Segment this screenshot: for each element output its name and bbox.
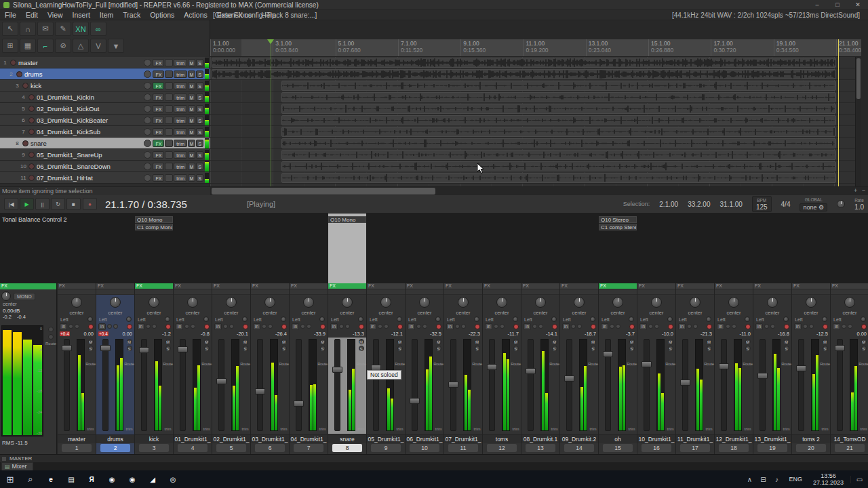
fx-slot[interactable]: FX	[831, 283, 868, 289]
media-item[interactable]	[281, 104, 836, 114]
monitor-button[interactable]	[803, 324, 808, 329]
pan-knob[interactable]	[496, 297, 507, 308]
record-input-label[interactable]: Left	[292, 317, 300, 322]
menu-item[interactable]: View	[43, 11, 68, 19]
input-button[interactable]: in	[98, 323, 106, 330]
media-item[interactable]	[281, 127, 836, 137]
solo-button[interactable]: S	[707, 346, 712, 351]
trim-label[interactable]: trim	[242, 427, 249, 431]
strip-track-name[interactable]: toms 2	[792, 434, 830, 443]
fx-slot-empty[interactable]	[328, 289, 366, 295]
mixer-strip[interactable]: FX center Left in -10.0	[637, 283, 676, 454]
pan-knob[interactable]	[71, 297, 82, 308]
track-name[interactable]: 04_Drumkit1_KickSub	[37, 128, 144, 136]
route-button[interactable]: Route	[820, 362, 830, 366]
phase-button[interactable]	[848, 324, 852, 329]
search-icon[interactable]: ⌕	[20, 470, 41, 488]
envelope-button[interactable]	[165, 163, 173, 170]
media-item[interactable]	[212, 69, 836, 79]
notification-icon[interactable]: ▭	[850, 476, 868, 483]
mute-button[interactable]: M	[243, 339, 248, 344]
width-knob[interactable]	[319, 317, 325, 322]
transport-button[interactable]: ||	[35, 198, 50, 210]
envelope-button[interactable]	[165, 128, 173, 136]
volume-readout[interactable]: -18.7	[585, 331, 596, 337]
record-input-label[interactable]: Left	[679, 317, 687, 322]
fx-insert-column[interactable]: Q10 Mono	[328, 214, 366, 283]
monitor-button[interactable]	[339, 324, 344, 329]
fx-slot[interactable]: FX	[367, 283, 405, 289]
trim-button[interactable]: trim	[174, 94, 187, 101]
volume-fader[interactable]	[64, 339, 70, 431]
solo-button[interactable]: S	[204, 346, 210, 351]
route-button[interactable]: Route	[163, 362, 173, 366]
route-button[interactable]: Route	[627, 362, 637, 366]
phase-button[interactable]	[732, 324, 736, 329]
solo-button[interactable]: S	[196, 117, 203, 124]
solo-button[interactable]: S	[165, 346, 171, 351]
trim-label[interactable]: trim	[629, 427, 635, 431]
monitor-button[interactable]	[764, 324, 769, 329]
record-arm-button[interactable]	[28, 175, 35, 181]
record-input-label[interactable]: Left	[447, 317, 455, 322]
strip-track-name[interactable]: master	[58, 434, 96, 443]
strip-track-number[interactable]: 7	[294, 444, 323, 452]
record-arm-button[interactable]	[28, 106, 35, 112]
record-arm-button[interactable]	[22, 140, 28, 146]
input-button[interactable]: in	[408, 323, 415, 330]
record-input-label[interactable]: Left	[331, 317, 339, 322]
width-knob[interactable]	[87, 317, 93, 322]
fx-slot[interactable]: FX	[444, 283, 482, 289]
mute-button[interactable]: M	[745, 339, 751, 344]
volume-readout[interactable]: -14.1	[546, 331, 557, 337]
record-arm-button[interactable]	[397, 324, 403, 329]
fx-button[interactable]: FX	[153, 70, 164, 78]
time-signature[interactable]: 4/4	[781, 201, 791, 208]
solo-button[interactable]: S	[88, 346, 94, 351]
fader-cap[interactable]	[332, 367, 342, 373]
fader-cap[interactable]	[680, 380, 690, 386]
mute-button[interactable]: M	[188, 140, 195, 147]
route-button[interactable]: Route	[472, 362, 482, 366]
record-input-label[interactable]: Left	[717, 317, 726, 322]
width-knob[interactable]	[745, 317, 750, 322]
horizontal-scroll-thumb[interactable]	[212, 188, 435, 195]
solo-button[interactable]: S	[320, 346, 326, 351]
volume-readout[interactable]: -12.5	[816, 331, 828, 337]
pan-knob[interactable]	[806, 297, 816, 308]
record-arm-button[interactable]	[88, 324, 94, 329]
pan-knob[interactable]	[303, 297, 314, 308]
phase-button[interactable]	[538, 324, 543, 329]
master-route-label[interactable]: Route	[45, 342, 56, 346]
pan-knob[interactable]	[342, 297, 353, 308]
fx-slot[interactable]: FX	[212, 283, 250, 289]
master-fx-slot[interactable]: FX	[0, 283, 56, 289]
mute-button[interactable]: M	[475, 339, 480, 344]
fx-slot-empty[interactable]	[251, 289, 289, 295]
routing-button[interactable]	[144, 140, 151, 147]
language-indicator[interactable]: ENG	[785, 476, 806, 483]
strip-track-number[interactable]: 21	[835, 444, 865, 452]
monitor-button[interactable]	[842, 324, 846, 329]
track-row[interactable]: 6 03_Drumkit1_KickBeater FX trim M S	[0, 115, 210, 126]
volume-fader[interactable]	[682, 339, 688, 431]
record-input-label[interactable]: Left	[60, 317, 68, 322]
mute-button[interactable]: M	[320, 339, 326, 344]
volume-fader[interactable]	[605, 339, 611, 431]
close-button[interactable]: ✕	[848, 0, 868, 9]
width-knob[interactable]	[203, 317, 209, 322]
solo-button[interactable]: S	[196, 174, 203, 182]
solo-button[interactable]: S	[861, 346, 867, 351]
bpm-control[interactable]: BPM 125	[752, 196, 772, 212]
input-button[interactable]: in	[176, 323, 183, 330]
fx-button[interactable]: FX	[153, 82, 164, 89]
track-row[interactable]: 4 01_Drumkit1_KickIn FX trim M S	[0, 92, 210, 103]
strip-track-number[interactable]: 2	[100, 444, 130, 452]
tray-icon[interactable]: ⊟	[756, 470, 770, 488]
arrange-lane[interactable]	[210, 126, 861, 138]
volume-fader[interactable]	[180, 339, 186, 431]
fader-cap[interactable]	[255, 388, 265, 394]
taskbar-app-icon[interactable]: ▤	[61, 470, 81, 488]
monitor-button[interactable]	[726, 324, 730, 329]
trim-label[interactable]: trim	[474, 427, 481, 431]
